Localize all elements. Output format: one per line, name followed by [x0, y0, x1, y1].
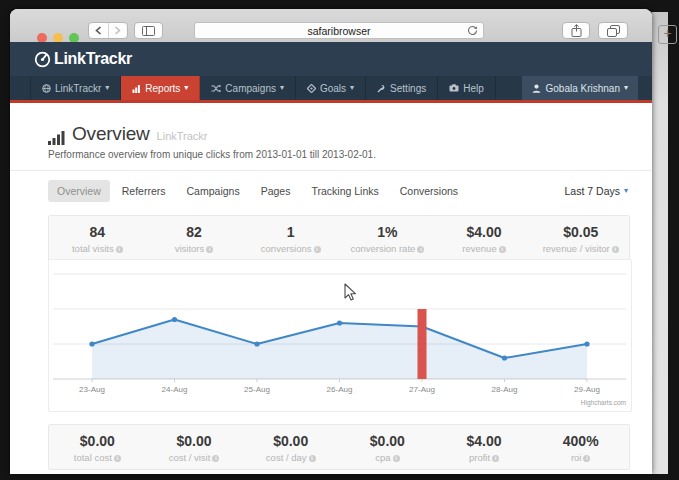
forward-button[interactable] [108, 23, 128, 38]
nav-label: Settings [390, 83, 426, 94]
caret-down-icon: ▾ [280, 84, 284, 92]
main-navigation: LinkTrackr ▾ Reports ▾ Campaigns ▾ [10, 76, 652, 103]
stat-cpa: $0.00 cpai [339, 425, 436, 469]
sidebar-toggle-button[interactable] [134, 22, 163, 39]
nav-item-settings[interactable]: Settings [366, 76, 438, 100]
logo-text: LinkTrackr [54, 50, 132, 68]
stat-value: $4.00 [436, 224, 533, 240]
stat-value: $0.00 [242, 433, 339, 449]
info-icon[interactable]: i [393, 455, 400, 462]
svg-text:23-Aug: 23-Aug [79, 385, 105, 394]
stat-label: profiti [436, 452, 533, 463]
caret-down-icon: ▾ [624, 187, 628, 195]
svg-text:28-Aug: 28-Aug [492, 385, 518, 394]
show-tabs-button[interactable] [598, 22, 628, 39]
caret-down-icon: ▾ [184, 84, 188, 92]
page-content: Overview LinkTrackr Performance overview… [10, 103, 652, 474]
info-icon[interactable]: i [314, 246, 321, 253]
stat-label: conversionsi [242, 243, 339, 254]
history-nav-buttons [88, 22, 128, 39]
nav-label: Goals [320, 83, 346, 94]
caret-down-icon: ▾ [350, 84, 354, 92]
caret-down-icon: ▾ [105, 84, 109, 92]
svg-text:Highcharts.com: Highcharts.com [581, 399, 626, 407]
stat-value: $0.00 [49, 433, 146, 449]
info-icon[interactable]: i [309, 455, 316, 462]
stat-label: revenuei [436, 243, 533, 254]
linktrackr-logo[interactable]: LinkTrackr [34, 50, 132, 68]
nav-item-campaigns[interactable]: Campaigns ▾ [200, 76, 296, 100]
info-icon[interactable]: i [612, 246, 619, 253]
tab-campaigns[interactable]: Campaigns [178, 180, 249, 202]
nav-item-linktrackr[interactable]: LinkTrackr ▾ [30, 76, 121, 100]
info-icon[interactable]: i [206, 246, 213, 253]
new-tab-button[interactable]: + [658, 25, 677, 44]
tab-pages[interactable]: Pages [252, 180, 300, 202]
stat-profit: $4.00 profiti [436, 425, 533, 469]
stat-revenue-visitor: $0.05 revenue / visitori [532, 216, 629, 261]
stat-label: cpai [339, 452, 436, 463]
info-icon[interactable]: i [492, 455, 499, 462]
tabs-overview-icon [607, 25, 620, 37]
info-icon[interactable]: i [212, 455, 219, 462]
stat-value: $0.00 [339, 433, 436, 449]
nav-label: Campaigns [225, 83, 276, 94]
tab-overview[interactable]: Overview [48, 180, 110, 202]
camera-icon [449, 84, 459, 92]
page-heading: Overview LinkTrackr Performance overview… [48, 123, 376, 160]
svg-text:29-Aug: 29-Aug [574, 385, 600, 394]
background-window-strip [651, 12, 668, 474]
tab-conversions[interactable]: Conversions [391, 180, 467, 202]
info-icon[interactable]: i [417, 246, 424, 253]
info-icon[interactable]: i [116, 246, 123, 253]
share-icon [571, 24, 582, 37]
tab-referrers[interactable]: Referrers [113, 180, 175, 202]
visits-chart-panel: 23-Aug24-Aug25-Aug26-Aug27-Aug28-Aug29-A… [48, 259, 632, 412]
address-text: safaribrowser [195, 25, 483, 37]
stat-cost-day: $0.00 cost / dayi [242, 425, 339, 469]
date-range-selector[interactable]: Last 7 Days ▾ [565, 185, 628, 197]
nav-item-goals[interactable]: Goals ▾ [296, 76, 366, 100]
address-bar[interactable]: safaribrowser [194, 22, 484, 39]
screen: { "colors": { "header_navy": "#2d3e50", … [0, 0, 679, 480]
share-button[interactable] [562, 22, 590, 39]
info-icon[interactable]: i [114, 455, 121, 462]
visits-chart[interactable]: 23-Aug24-Aug25-Aug26-Aug27-Aug28-Aug29-A… [49, 260, 631, 411]
caret-down-icon: ▾ [624, 84, 628, 92]
overview-chart-icon [48, 130, 65, 145]
stat-label: cost / dayi [242, 452, 339, 463]
page-title: Overview [72, 123, 150, 145]
linktrackr-logo-icon [34, 51, 51, 68]
stat-value: 400% [532, 433, 629, 449]
shuffle-icon [211, 84, 221, 93]
stat-value: $0.05 [532, 224, 629, 240]
section-divider [10, 170, 652, 171]
stat-revenue: $4.00 revenuei [436, 216, 533, 261]
chevron-right-icon [114, 26, 121, 35]
stat-value: $4.00 [436, 433, 533, 449]
info-icon[interactable]: i [583, 455, 590, 462]
user-menu[interactable]: Gobala Krishnan ▾ [522, 76, 638, 100]
svg-text:25-Aug: 25-Aug [244, 385, 270, 394]
reload-icon[interactable] [467, 25, 478, 36]
nav-item-help[interactable]: Help [438, 76, 496, 100]
wrench-icon [377, 84, 386, 93]
mouse-cursor [344, 283, 357, 302]
browser-window: safaribrowser [10, 9, 652, 474]
stat-label: conversion ratei [339, 243, 436, 254]
nav-label: Reports [145, 83, 180, 94]
svg-text:27-Aug: 27-Aug [409, 385, 435, 394]
back-button[interactable] [89, 23, 108, 38]
user-icon [532, 84, 541, 93]
nav-label: Help [463, 83, 484, 94]
app-header: LinkTrackr [10, 42, 652, 76]
page-title-suffix: LinkTrackr [157, 130, 208, 142]
info-icon[interactable]: i [499, 246, 506, 253]
stat-total-cost: $0.00 total costi [49, 425, 146, 469]
stat-label: roii [532, 452, 629, 463]
user-name: Gobala Krishnan [545, 83, 620, 94]
nav-item-reports[interactable]: Reports ▾ [121, 76, 200, 100]
stat-conversion-rate: 1% conversion ratei [339, 216, 436, 261]
svg-text:24-Aug: 24-Aug [162, 385, 188, 394]
tab-tracking-links[interactable]: Tracking Links [302, 180, 387, 202]
